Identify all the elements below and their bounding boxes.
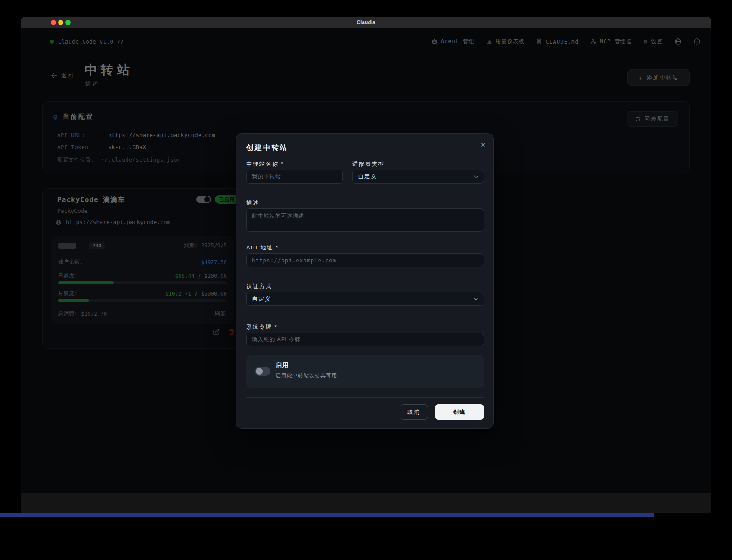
create-station-dialog: 创建中转站 × 中转站名称 * 适配器类型 自定义 描述 API 地址 * 认证… — [236, 133, 494, 429]
station-name-input[interactable] — [246, 170, 343, 184]
close-icon: × — [481, 140, 486, 150]
traffic-light-close[interactable] — [51, 20, 56, 25]
background-blue-strip — [0, 513, 654, 517]
dialog-close-button[interactable]: × — [478, 140, 488, 150]
system-token-label: 系统令牌 * — [246, 323, 278, 331]
titlebar: Claudia — [21, 17, 711, 28]
chevron-down-icon — [474, 175, 478, 178]
dialog-title: 创建中转站 — [246, 143, 288, 152]
description-label: 描述 — [246, 199, 259, 207]
background-window-strip — [21, 493, 711, 513]
enable-title: 启用 — [276, 361, 289, 369]
api-address-label: API 地址 * — [246, 244, 279, 252]
cancel-button[interactable]: 取消 — [400, 404, 428, 420]
station-name-label: 中转站名称 * — [246, 160, 284, 168]
enable-section: 启用 启用此中转站以使其可用 — [246, 355, 484, 388]
dialog-divider — [246, 397, 484, 398]
adapter-type-value: 自定义 — [358, 173, 377, 180]
enable-toggle[interactable] — [255, 367, 270, 376]
traffic-light-minimize[interactable] — [58, 20, 63, 25]
adapter-type-label: 适配器类型 — [352, 160, 385, 168]
desktop: Claudia Claude Code v1.0.77 Agent 管理 用量仪… — [0, 0, 732, 560]
create-button[interactable]: 创建 — [435, 404, 484, 420]
toggle-knob — [256, 368, 263, 375]
auth-method-select[interactable]: 自定义 — [246, 292, 484, 306]
adapter-type-select[interactable]: 自定义 — [352, 170, 484, 184]
system-token-input[interactable] — [246, 333, 484, 346]
chevron-down-icon — [474, 298, 478, 301]
api-address-input[interactable] — [246, 253, 484, 267]
description-textarea[interactable] — [246, 208, 484, 232]
auth-method-value: 自定义 — [252, 295, 271, 303]
enable-description: 启用此中转站以使其可用 — [276, 372, 337, 380]
traffic-light-zoom[interactable] — [65, 20, 71, 25]
app-window: Claudia Claude Code v1.0.77 Agent 管理 用量仪… — [21, 17, 711, 493]
window-title: Claudia — [21, 17, 711, 28]
auth-method-label: 认证方式 — [246, 283, 272, 290]
